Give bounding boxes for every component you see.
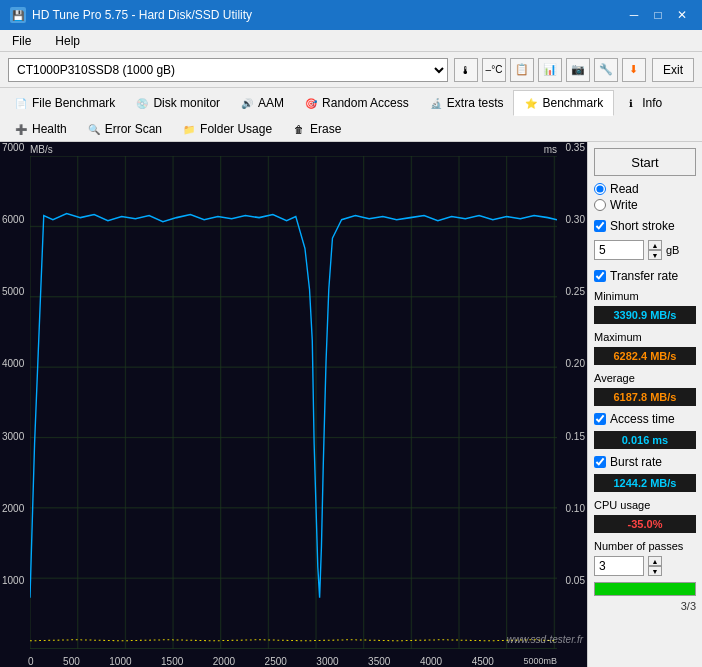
tab-health[interactable]: ➕ Health	[4, 116, 77, 142]
burst-rate-value: 1244.2 MB/s	[594, 474, 696, 492]
burst-rate-checkbox-label[interactable]: Burst rate	[594, 455, 696, 469]
tab-info[interactable]: ℹ Info	[614, 90, 672, 116]
tab-erase[interactable]: 🗑 Erase	[282, 116, 351, 142]
tab-disk-monitor[interactable]: 💿 Disk monitor	[125, 90, 230, 116]
short-stroke-spin-buttons: ▲ ▼	[648, 240, 662, 260]
progress-bar-container	[594, 582, 696, 596]
folder-usage-icon: 📁	[182, 122, 196, 136]
passes-down-button[interactable]: ▼	[648, 566, 662, 576]
copy-icon[interactable]: 📋	[510, 58, 534, 82]
access-time-value: 0.016 ms	[594, 431, 696, 449]
tab-bar: 📄 File Benchmark 💿 Disk monitor 🔊 AAM 🎯 …	[0, 88, 702, 142]
progress-label: 3/3	[594, 600, 696, 612]
menu-file[interactable]: File	[8, 33, 35, 49]
chart-icon[interactable]: 📊	[538, 58, 562, 82]
tab-benchmark[interactable]: ⭐ Benchmark	[513, 90, 614, 116]
read-radio-label[interactable]: Read	[594, 182, 696, 196]
access-time-checkbox-label[interactable]: Access time	[594, 412, 696, 426]
maximize-button[interactable]: □	[648, 6, 668, 24]
transfer-rate-checkbox[interactable]	[594, 270, 606, 282]
aam-icon: 🔊	[240, 96, 254, 110]
write-radio-label[interactable]: Write	[594, 198, 696, 212]
short-stroke-spinbox-row: ▲ ▼ gB	[594, 240, 696, 260]
y-axis-left-title: MB/s	[30, 144, 53, 155]
title-bar: 💾 HD Tune Pro 5.75 - Hard Disk/SSD Utili…	[0, 0, 702, 30]
right-panel: Start Read Write Short stroke ▲ ▼ gB	[587, 142, 702, 667]
cpu-usage-value: -35.0%	[594, 515, 696, 533]
camera-icon[interactable]: 📷	[566, 58, 590, 82]
tab-folder-usage[interactable]: 📁 Folder Usage	[172, 116, 282, 142]
burst-rate-checkbox[interactable]	[594, 456, 606, 468]
temperature-icon[interactable]: 🌡	[454, 58, 478, 82]
write-radio[interactable]	[594, 199, 606, 211]
main-content: MB/s ms 7000 6000 5000 4000 3000 2000 10…	[0, 142, 702, 667]
y-axis-right: 0.35 0.30 0.25 0.20 0.15 0.10 0.05	[566, 142, 585, 647]
info-icon: ℹ	[624, 96, 638, 110]
benchmark-chart	[30, 156, 557, 649]
watermark: www.ssd-tester.fr	[507, 634, 583, 645]
y-axis-left: 7000 6000 5000 4000 3000 2000 1000	[2, 142, 24, 647]
access-time-checkbox[interactable]	[594, 413, 606, 425]
minimum-value: 3390.9 MB/s	[594, 306, 696, 324]
download-icon[interactable]: ⬇	[622, 58, 646, 82]
average-value: 6187.8 MB/s	[594, 388, 696, 406]
exit-button[interactable]: Exit	[652, 58, 694, 82]
tab-random-access[interactable]: 🎯 Random Access	[294, 90, 419, 116]
tab-extra-tests[interactable]: 🔬 Extra tests	[419, 90, 514, 116]
health-icon: ➕	[14, 122, 28, 136]
maximum-label: Maximum	[594, 331, 696, 343]
random-access-icon: 🎯	[304, 96, 318, 110]
read-write-group: Read Write	[594, 182, 696, 212]
app-title: HD Tune Pro 5.75 - Hard Disk/SSD Utility	[32, 8, 252, 22]
extra-tests-icon: 🔬	[429, 96, 443, 110]
drive-select[interactable]: CT1000P310SSD8 (1000 gB)	[8, 58, 448, 82]
chart-area: MB/s ms 7000 6000 5000 4000 3000 2000 10…	[0, 142, 587, 667]
svg-rect-1	[30, 156, 557, 649]
tab-error-scan[interactable]: 🔍 Error Scan	[77, 116, 172, 142]
short-stroke-checkbox[interactable]	[594, 220, 606, 232]
erase-icon: 🗑	[292, 122, 306, 136]
short-stroke-unit: gB	[666, 244, 679, 256]
passes-spin-buttons: ▲ ▼	[648, 556, 662, 576]
transfer-rate-checkbox-label[interactable]: Transfer rate	[594, 269, 696, 283]
short-stroke-spinbox[interactable]	[594, 240, 644, 260]
short-stroke-down-button[interactable]: ▼	[648, 250, 662, 260]
app-icon: 💾	[10, 7, 26, 23]
disk-monitor-icon: 💿	[135, 96, 149, 110]
benchmark-icon: ⭐	[524, 96, 538, 110]
minimize-button[interactable]: ─	[624, 6, 644, 24]
passes-up-button[interactable]: ▲	[648, 556, 662, 566]
passes-label: Number of passes	[594, 540, 696, 552]
read-radio[interactable]	[594, 183, 606, 195]
start-button[interactable]: Start	[594, 148, 696, 176]
short-stroke-up-button[interactable]: ▲	[648, 240, 662, 250]
toolbar: CT1000P310SSD8 (1000 gB) 🌡 –°C 📋 📊 📷 🔧 ⬇…	[0, 52, 702, 88]
tab-aam[interactable]: 🔊 AAM	[230, 90, 294, 116]
tab-file-benchmark[interactable]: 📄 File Benchmark	[4, 90, 125, 116]
settings-icon[interactable]: 🔧	[594, 58, 618, 82]
average-label: Average	[594, 372, 696, 384]
close-button[interactable]: ✕	[672, 6, 692, 24]
temp-unit-icon: –°C	[482, 58, 506, 82]
cpu-usage-label: CPU usage	[594, 499, 696, 511]
passes-input[interactable]	[594, 556, 644, 576]
error-scan-icon: 🔍	[87, 122, 101, 136]
window-controls: ─ □ ✕	[624, 6, 692, 24]
menu-bar: File Help	[0, 30, 702, 52]
y-axis-right-title: ms	[544, 144, 557, 155]
maximum-value: 6282.4 MB/s	[594, 347, 696, 365]
x-axis-labels: 0 500 1000 1500 2000 2500 3000 3500 4000…	[28, 656, 557, 667]
short-stroke-checkbox-label[interactable]: Short stroke	[594, 219, 696, 233]
menu-help[interactable]: Help	[51, 33, 84, 49]
passes-row: ▲ ▼	[594, 556, 696, 576]
toolbar-icons: 🌡 –°C 📋 📊 📷 🔧 ⬇	[454, 58, 646, 82]
minimum-label: Minimum	[594, 290, 696, 302]
progress-bar	[595, 583, 695, 595]
file-benchmark-icon: 📄	[14, 96, 28, 110]
